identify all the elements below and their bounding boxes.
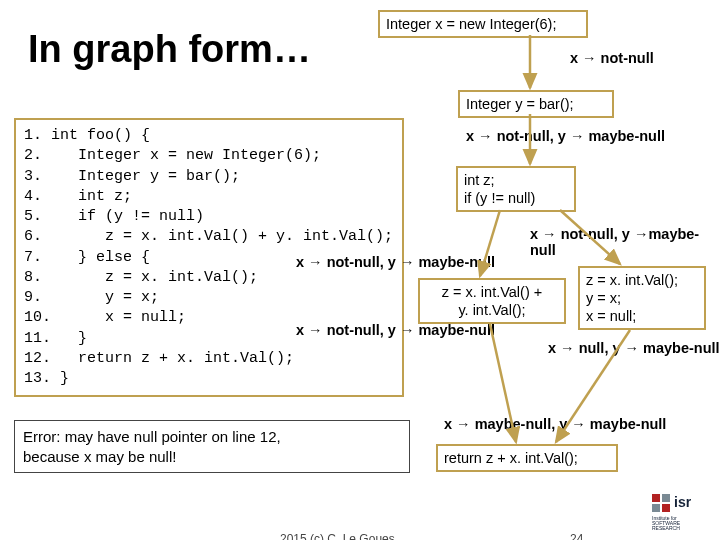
code-line: 10. x = null; bbox=[24, 309, 186, 326]
code-line: 4. int z; bbox=[24, 188, 132, 205]
code-line: 13. } bbox=[24, 370, 69, 387]
error-line: because x may be null! bbox=[23, 447, 401, 467]
copyright: 2015 (c) C. Le Goues bbox=[280, 532, 395, 540]
code-line: 2. Integer x = new Integer(6); bbox=[24, 147, 321, 164]
error-line: Error: may have null pointer on line 12, bbox=[23, 427, 401, 447]
page-title: In graph form… bbox=[28, 28, 311, 71]
node-text: if (y != null) bbox=[464, 189, 568, 207]
code-line: 1. int foo() { bbox=[24, 127, 150, 144]
node-text: z = x. int.Val() + bbox=[426, 283, 558, 301]
flow-node-5: z = x. int.Val(); y = x; x = null; bbox=[578, 266, 706, 330]
flow-node-1: Integer x = new Integer(6); bbox=[378, 10, 588, 38]
edge-label-5: x → not-null, y → maybe-null bbox=[296, 322, 495, 338]
edge-label-6: x → null, y → maybe-null bbox=[548, 340, 720, 356]
error-message: Error: may have null pointer on line 12,… bbox=[14, 420, 410, 473]
page-number: 24 bbox=[570, 532, 583, 540]
edge-label-2: x → not-null, y → maybe-null bbox=[466, 128, 665, 144]
isr-logo: isr Institute forSOFTWARERESEARCH bbox=[652, 494, 706, 534]
edge-label-1: x → not-null bbox=[570, 50, 654, 66]
slide: In graph form… 1. int foo() { 2. Integer… bbox=[0, 0, 720, 540]
code-line: 11. } bbox=[24, 330, 87, 347]
node-text: Integer x = new Integer(6); bbox=[386, 16, 556, 32]
edge-label-3: x → not-null, y →maybe-null bbox=[530, 226, 720, 258]
edge-label-4: x → not-null, y → maybe-null bbox=[296, 254, 495, 270]
flow-node-2: Integer y = bar(); bbox=[458, 90, 614, 118]
node-text: y = x; bbox=[586, 289, 698, 307]
code-line: 6. z = x. int.Val() + y. int.Val(); bbox=[24, 228, 393, 245]
code-line: 12. return z + x. int.Val(); bbox=[24, 350, 294, 367]
node-text: y. int.Val(); bbox=[426, 301, 558, 319]
node-text: x = null; bbox=[586, 307, 698, 325]
flow-node-4: z = x. int.Val() + y. int.Val(); bbox=[418, 278, 566, 324]
node-text: z = x. int.Val(); bbox=[586, 271, 698, 289]
node-text: int z; bbox=[464, 171, 568, 189]
code-line: 3. Integer y = bar(); bbox=[24, 168, 240, 185]
node-text: Integer y = bar(); bbox=[466, 96, 574, 112]
flow-node-3: int z; if (y != null) bbox=[456, 166, 576, 212]
code-line: 8. z = x. int.Val(); bbox=[24, 269, 258, 286]
code-line: 9. y = x; bbox=[24, 289, 159, 306]
flow-node-6: return z + x. int.Val(); bbox=[436, 444, 618, 472]
final-state-label: x → maybe-null, y → maybe-null bbox=[444, 416, 666, 432]
code-line: 7. } else { bbox=[24, 249, 150, 266]
code-line: 5. if (y != null) bbox=[24, 208, 204, 225]
node-text: return z + x. int.Val(); bbox=[444, 450, 578, 466]
